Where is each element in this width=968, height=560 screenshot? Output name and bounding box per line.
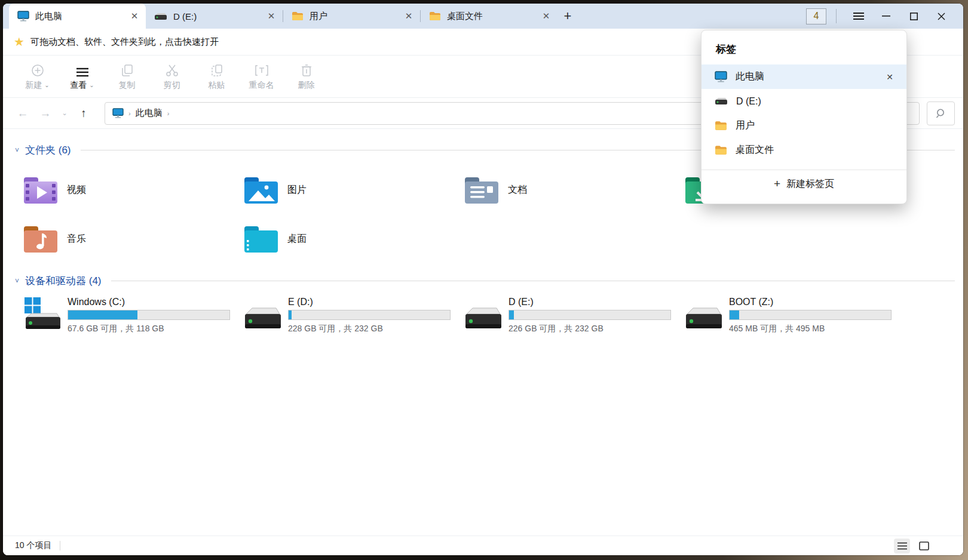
folder-item-pictures[interactable]: 图片 bbox=[243, 165, 463, 214]
breadcrumb-chevron-icon: › bbox=[128, 110, 131, 117]
drive-size: 228 GB 可用，共 232 GB bbox=[288, 324, 451, 334]
drive-icon bbox=[154, 13, 167, 20]
tab-desktop-files[interactable]: 桌面文件 ✕ bbox=[421, 4, 557, 29]
tab-close-icon[interactable]: ✕ bbox=[403, 11, 414, 21]
collapse-chevron-icon[interactable]: ˅ bbox=[15, 277, 19, 285]
drive-icon bbox=[715, 97, 728, 105]
drive-name: E (D:) bbox=[288, 297, 451, 307]
paste-button[interactable]: 粘贴 bbox=[198, 63, 235, 91]
panel-item-d-drive[interactable]: D (E:) bbox=[702, 89, 906, 113]
back-button[interactable]: ← bbox=[13, 107, 33, 120]
hard-drive-icon bbox=[684, 296, 723, 332]
pictures-folder-icon bbox=[243, 174, 280, 205]
delete-icon bbox=[300, 63, 313, 77]
delete-button[interactable]: 删除 bbox=[287, 63, 325, 91]
music-folder-icon bbox=[22, 223, 59, 254]
drive-usage-bar bbox=[729, 310, 892, 320]
folder-label: 视频 bbox=[67, 184, 86, 196]
tab-label: D (E:) bbox=[173, 11, 260, 21]
search-button[interactable] bbox=[927, 101, 955, 125]
tab-users[interactable]: 用户 ✕ bbox=[283, 4, 420, 29]
folder-icon bbox=[715, 121, 727, 131]
drive-size: 465 MB 可用，共 495 MB bbox=[729, 324, 892, 334]
collapse-chevron-icon[interactable]: ˅ bbox=[15, 146, 19, 155]
rename-button[interactable]: 重命名 bbox=[243, 63, 280, 91]
close-button[interactable] bbox=[927, 4, 955, 28]
drive-name: Windows (C:) bbox=[68, 297, 230, 307]
tab-this-pc[interactable]: 此电脑 ✕ bbox=[9, 4, 146, 29]
section-title: 设备和驱动器 (4) bbox=[25, 274, 102, 288]
maximize-button[interactable] bbox=[900, 4, 927, 28]
new-button[interactable]: 新建⌄ bbox=[19, 63, 56, 91]
monitor-icon bbox=[112, 108, 124, 118]
folder-item-desktop[interactable]: 桌面 bbox=[243, 214, 463, 263]
monitor-icon bbox=[17, 11, 29, 21]
panel-item-label: 桌面文件 bbox=[736, 144, 893, 156]
panel-close-icon[interactable]: ✕ bbox=[886, 72, 893, 82]
chevron-down-icon: ⌄ bbox=[44, 82, 49, 88]
drive-item-e[interactable]: D (E:) 226 GB 可用，共 232 GB bbox=[463, 296, 684, 347]
drive-item-z[interactable]: BOOT (Z:) 465 MB 可用，共 495 MB bbox=[684, 296, 904, 347]
items-count: 10 个项目 bbox=[15, 540, 51, 551]
tab-close-icon[interactable]: ✕ bbox=[266, 11, 277, 21]
tab-d-drive[interactable]: D (E:) ✕ bbox=[146, 4, 283, 29]
drive-usage-bar bbox=[68, 310, 230, 320]
minimize-button[interactable] bbox=[872, 4, 900, 28]
tab-bar: 此电脑 ✕ D (E:) ✕ 用户 ✕ 桌面文件 ✕ + bbox=[3, 4, 963, 29]
drive-usage-fill bbox=[509, 310, 514, 319]
status-separator bbox=[60, 541, 60, 550]
button-label: 复制 bbox=[119, 80, 136, 91]
menu-icon[interactable] bbox=[845, 4, 872, 28]
monitor-icon bbox=[715, 71, 727, 82]
up-button[interactable]: ↑ bbox=[73, 107, 94, 120]
panel-title: 标签 bbox=[702, 40, 906, 64]
tab-close-icon[interactable]: ✕ bbox=[129, 11, 140, 21]
tab-label: 用户 bbox=[310, 11, 397, 22]
desktop-folder-icon bbox=[243, 223, 280, 254]
windows-drive-icon bbox=[22, 296, 62, 332]
details-view-button[interactable] bbox=[894, 539, 910, 553]
tab-label: 此电脑 bbox=[35, 11, 123, 22]
paste-icon bbox=[210, 63, 223, 77]
button-label: 粘贴 bbox=[209, 80, 225, 91]
button-label: 查看 bbox=[70, 80, 87, 91]
new-icon bbox=[31, 63, 44, 77]
button-label: 删除 bbox=[298, 80, 315, 91]
folder-icon bbox=[429, 11, 441, 21]
drive-item-c[interactable]: Windows (C:) 67.6 GB 可用，共 118 GB bbox=[22, 296, 243, 347]
hard-drive-icon bbox=[463, 296, 503, 332]
panel-item-this-pc[interactable]: 此电脑 ✕ bbox=[702, 64, 906, 89]
history-chevron-icon[interactable]: ⌄ bbox=[58, 109, 71, 117]
button-label: 剪切 bbox=[164, 80, 180, 91]
forward-button[interactable]: → bbox=[35, 107, 56, 120]
drive-usage-fill bbox=[68, 310, 137, 319]
folder-item-videos[interactable]: 视频 bbox=[22, 165, 243, 214]
folder-icon bbox=[715, 145, 727, 155]
tab-close-icon[interactable]: ✕ bbox=[541, 11, 552, 21]
folder-label: 音乐 bbox=[67, 233, 86, 245]
panel-item-users[interactable]: 用户 bbox=[702, 113, 906, 138]
section-rule bbox=[111, 281, 955, 281]
chevron-down-icon: ⌄ bbox=[89, 82, 94, 88]
copy-button[interactable]: 复制 bbox=[108, 63, 146, 91]
drive-item-d[interactable]: E (D:) 228 GB 可用，共 232 GB bbox=[243, 296, 463, 347]
breadcrumb[interactable]: 此电脑 bbox=[136, 107, 163, 119]
folder-item-music[interactable]: 音乐 bbox=[22, 214, 243, 263]
cut-button[interactable]: 剪切 bbox=[153, 63, 191, 91]
drives-section-header[interactable]: ˅ 设备和驱动器 (4) bbox=[15, 274, 963, 288]
rename-icon bbox=[255, 63, 269, 77]
drive-usage-bar bbox=[288, 310, 451, 320]
view-icon bbox=[76, 63, 88, 77]
new-tab-page-button[interactable]: + 新建标签页 bbox=[702, 170, 906, 198]
breadcrumb-chevron-icon[interactable]: › bbox=[167, 110, 170, 117]
drive-size: 67.6 GB 可用，共 118 GB bbox=[68, 324, 230, 334]
quick-launch-text: 可拖动文档、软件、文件夹到此，点击快速打开 bbox=[30, 36, 219, 48]
large-icons-view-button[interactable] bbox=[916, 539, 932, 553]
view-button[interactable]: 查看⌄ bbox=[63, 63, 101, 91]
tab-count-badge[interactable]: 4 bbox=[806, 8, 826, 24]
new-tab-button[interactable]: + bbox=[557, 4, 578, 29]
panel-item-desktop-files[interactable]: 桌面文件 bbox=[702, 138, 906, 162]
folder-item-documents[interactable]: 文档 bbox=[463, 165, 684, 214]
status-bar: 10 个项目 bbox=[3, 536, 963, 555]
tab-label: 桌面文件 bbox=[447, 11, 535, 22]
